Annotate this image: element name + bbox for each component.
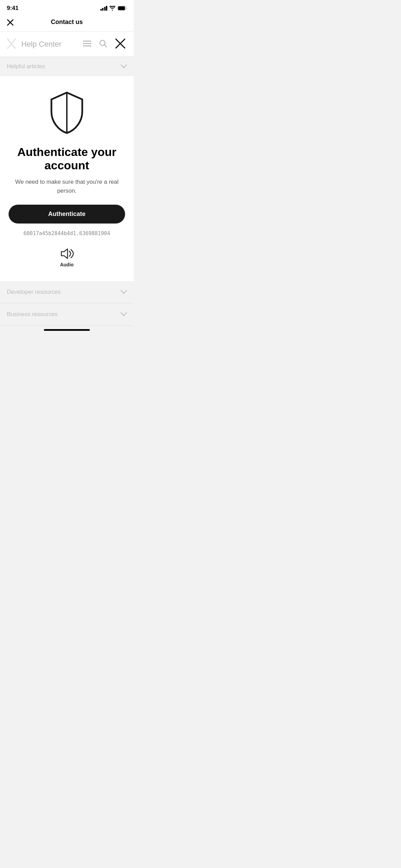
svg-rect-1 bbox=[118, 7, 125, 10]
speaker-icon bbox=[59, 248, 74, 260]
svg-line-8 bbox=[105, 45, 107, 47]
auth-description: We need to make sure that you're a real … bbox=[12, 178, 122, 195]
webview-header: Help Center bbox=[0, 32, 134, 57]
chevron-down-icon bbox=[121, 64, 127, 69]
battery-icon bbox=[118, 6, 127, 11]
chevron-down-icon bbox=[121, 290, 127, 294]
wifi-icon bbox=[109, 6, 116, 11]
status-time: 9:41 bbox=[7, 5, 19, 12]
audio-button[interactable]: Audio bbox=[57, 246, 77, 269]
developer-resources-label: Developer resources bbox=[7, 289, 61, 296]
x-logo-icon bbox=[7, 38, 18, 50]
helpful-articles-row[interactable]: Helpful articles bbox=[0, 57, 134, 76]
bottom-section: Developer resources Business resources bbox=[0, 281, 134, 326]
nav-close-button[interactable] bbox=[5, 17, 15, 28]
home-indicator bbox=[0, 326, 134, 333]
nav-header: Contact us bbox=[0, 14, 134, 32]
business-resources-label: Business resources bbox=[7, 311, 58, 318]
developer-resources-row[interactable]: Developer resources bbox=[0, 281, 134, 303]
webview-close-button[interactable] bbox=[114, 37, 127, 51]
chevron-down-icon bbox=[121, 312, 127, 316]
business-resources-row[interactable]: Business resources bbox=[0, 303, 134, 326]
hamburger-menu-button[interactable] bbox=[82, 39, 93, 49]
status-icons bbox=[100, 6, 127, 11]
helpful-articles-label: Helpful articles bbox=[7, 63, 45, 70]
help-center-label: Help Center bbox=[21, 40, 61, 49]
status-bar: 9:41 bbox=[0, 0, 134, 14]
help-center-logo: Help Center bbox=[7, 38, 61, 50]
home-bar bbox=[44, 329, 90, 331]
auth-title: Authenticate your account bbox=[12, 145, 122, 172]
signal-icon bbox=[100, 6, 108, 11]
captcha-id: 60017a45b2844b4d1.6369881904 bbox=[24, 230, 110, 237]
nav-title: Contact us bbox=[51, 19, 83, 26]
audio-label: Audio bbox=[60, 262, 74, 267]
webview-header-actions bbox=[82, 37, 127, 51]
auth-card: Authenticate your account We need to mak… bbox=[0, 76, 134, 281]
authenticate-button[interactable]: Authenticate bbox=[9, 205, 125, 224]
shield-icon bbox=[48, 90, 86, 136]
search-button[interactable] bbox=[98, 38, 108, 50]
